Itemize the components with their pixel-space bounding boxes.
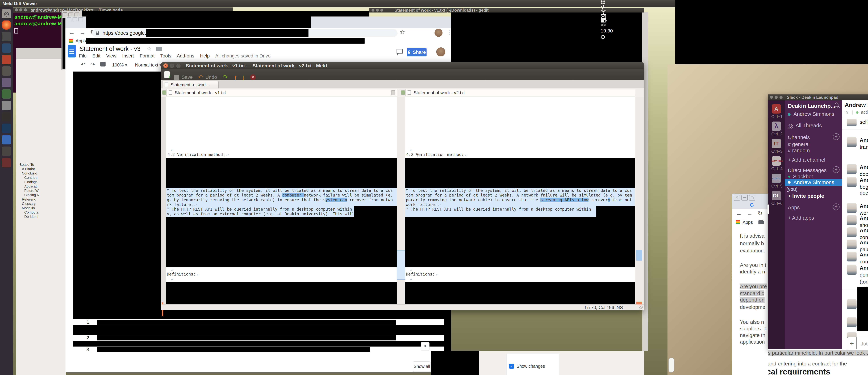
- workspace-icon-5[interactable]: ozchi: [772, 174, 781, 183]
- undo-button[interactable]: ↶ Undo: [198, 75, 218, 79]
- back-icon[interactable]: ←: [69, 29, 75, 36]
- docs-avatar[interactable]: [436, 48, 445, 56]
- toc-item[interactable]: Findings: [20, 180, 63, 184]
- sidebar-channels-header[interactable]: Channels: [788, 134, 810, 140]
- sidebar-item-add-channel[interactable]: + Add a channel: [788, 157, 825, 163]
- bell-icon[interactable]: [834, 102, 839, 108]
- message-input[interactable]: + Jot something down: [847, 337, 868, 349]
- window-minimize-icon[interactable]: [72, 17, 77, 21]
- menu-kebab-icon[interactable]: ⋮: [446, 29, 452, 36]
- menu-format[interactable]: Format: [140, 53, 155, 59]
- meld-titlebar[interactable]: ✕ ─ ▢ Statement of work - v1.txt — State…: [161, 62, 644, 69]
- wifi-icon[interactable]: [601, 10, 606, 14]
- maximize-icon[interactable]: [779, 96, 783, 99]
- launcher-icon-gedit[interactable]: [2, 78, 11, 87]
- toc-item[interactable]: De-identi: [20, 215, 63, 219]
- message-author[interactable]: Andrew Simmons: [860, 164, 868, 170]
- workspace-icon-1[interactable]: A: [772, 104, 781, 114]
- prev-change-icon[interactable]: ↑: [234, 73, 237, 81]
- meld-tab[interactable]: Statement o...work - v2.txt ✕: [163, 81, 219, 89]
- launcher-icon-libreoffice[interactable]: [2, 101, 11, 110]
- minimize-icon[interactable]: ─: [169, 64, 174, 68]
- toc-item[interactable]: Referenc: [20, 197, 63, 201]
- close-icon[interactable]: ✕: [163, 63, 168, 68]
- remove-change-icon[interactable]: ✕: [250, 74, 256, 80]
- minimize-icon[interactable]: [376, 9, 379, 12]
- sidebar-dms-header[interactable]: Direct Messages: [788, 167, 827, 173]
- apps-grid-icon[interactable]: [69, 39, 73, 43]
- message-author[interactable]: Andrew Simmons: [860, 265, 868, 271]
- workspace-icon-4[interactable]: GovHack: [772, 156, 781, 166]
- message-author[interactable]: Andrew Simmons: [860, 137, 868, 143]
- add-channel-icon[interactable]: +: [833, 133, 840, 140]
- close-icon[interactable]: [372, 9, 374, 12]
- minimize-icon[interactable]: [19, 8, 22, 11]
- minimize-icon[interactable]: [775, 96, 778, 99]
- sidebar-item-general[interactable]: # general: [788, 141, 809, 147]
- next-change-icon[interactable]: ↓: [242, 73, 245, 81]
- doc-title[interactable]: Statement of work - v3: [80, 45, 141, 52]
- scroll-indicator[interactable]: [669, 357, 674, 373]
- battery-icon[interactable]: [601, 19, 607, 23]
- maximize-icon[interactable]: ▢: [176, 64, 181, 68]
- folder-icon[interactable]: [758, 220, 764, 224]
- toc-item[interactable]: A Platfor: [20, 167, 63, 171]
- share-button[interactable]: Share: [407, 48, 427, 56]
- bookmark-apps[interactable]: Apps: [743, 220, 753, 225]
- launcher-icon-firefox[interactable]: [2, 21, 11, 30]
- star-doc-icon[interactable]: ☆: [147, 45, 152, 52]
- back-icon[interactable]: ←: [736, 210, 742, 217]
- sidebar-item-slackbot[interactable]: Slackbot: [793, 174, 813, 179]
- undo-icon[interactable]: ↶: [81, 61, 85, 68]
- toc-item[interactable]: Future W: [20, 189, 63, 193]
- message-author[interactable]: Andrew Simmons: [860, 177, 868, 183]
- power-icon[interactable]: [601, 34, 605, 39]
- attach-plus-icon[interactable]: +: [847, 337, 857, 349]
- toc-item[interactable]: Computa: [20, 210, 63, 215]
- window-maximize-icon[interactable]: [79, 17, 83, 21]
- workspace-name[interactable]: Deakin Launchp...: [788, 103, 835, 109]
- global-menu-title[interactable]: Meld Diff Viewer: [2, 0, 37, 7]
- clock[interactable]: 19:30: [601, 28, 613, 33]
- toc-item[interactable]: Glossary: [20, 201, 63, 206]
- window-minimize-icon[interactable]: ─: [741, 195, 748, 200]
- slack-titlebar[interactable]: Slack - Deakin Launchpad: [768, 94, 868, 100]
- new-comparison-icon[interactable]: +: [164, 71, 169, 78]
- menu-tools[interactable]: Tools: [160, 53, 171, 59]
- forward-icon[interactable]: →: [747, 210, 752, 217]
- toc-item[interactable]: Applicati: [20, 184, 63, 189]
- menu-insert[interactable]: Insert: [122, 53, 134, 59]
- slack-tray-icon[interactable]: [601, 5, 606, 10]
- sidebar-apps-header[interactable]: Apps: [788, 205, 800, 211]
- message-author[interactable]: Andrew Simmons: [860, 240, 868, 245]
- show-changes-label[interactable]: Show changes: [517, 364, 545, 369]
- message-author[interactable]: Andrew Simmons: [860, 203, 868, 209]
- meld-scrollmap[interactable]: [635, 97, 644, 304]
- maximize-icon[interactable]: [24, 8, 27, 11]
- volume-muted-icon[interactable]: [601, 23, 606, 27]
- message-author[interactable]: Andrew Simmons: [860, 215, 868, 221]
- apps-grid-icon[interactable]: [736, 220, 740, 224]
- toc-item[interactable]: Spatio-Te: [20, 162, 63, 167]
- sidebar-item-self-dm[interactable]: Andrew Simmons (you): [785, 179, 842, 186]
- dropbox-icon[interactable]: [601, 0, 605, 5]
- redo-icon[interactable]: ↷: [222, 73, 228, 81]
- bookmark-star-icon[interactable]: ☆: [400, 29, 405, 35]
- launcher-icon-meld[interactable]: [2, 147, 11, 156]
- sidebar-user[interactable]: Andrew Simmons: [793, 111, 834, 117]
- profile-avatar[interactable]: [435, 29, 442, 37]
- window-close-icon[interactable]: ✕: [734, 195, 740, 200]
- launcher-icon-chromium[interactable]: [2, 124, 11, 133]
- menu-view[interactable]: View: [106, 53, 116, 59]
- sidebar-item-invite[interactable]: + Invite people: [788, 193, 824, 199]
- menu-help[interactable]: Help: [200, 53, 210, 59]
- launcher-icon-software-center[interactable]: [2, 43, 11, 53]
- add-dm-icon[interactable]: +: [833, 166, 840, 173]
- launcher-icon-trash[interactable]: [2, 158, 11, 167]
- sidebar-item-random[interactable]: # random: [788, 148, 810, 154]
- resize-grip[interactable]: [639, 306, 643, 309]
- add-apps-icon[interactable]: +: [833, 204, 840, 210]
- mail-icon[interactable]: [601, 14, 606, 19]
- launcher-icon-vlc[interactable]: [2, 112, 11, 122]
- sidebar-item-all-threads[interactable]: All Threads: [796, 123, 822, 128]
